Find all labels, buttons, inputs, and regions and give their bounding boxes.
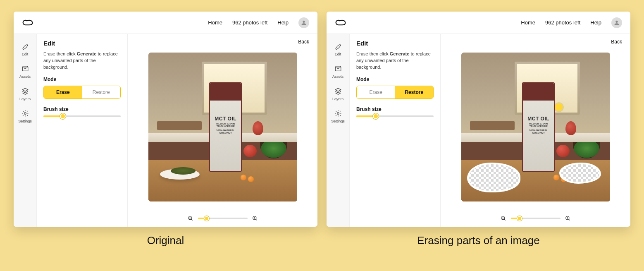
product-title: MCT OIL (215, 116, 236, 122)
canvas-image[interactable]: MCT OIL MEDIUM CHAIN TRIGLYCERIDE 100% N… (461, 53, 610, 201)
mode-toggle: Erase Restore (356, 86, 434, 99)
back-button[interactable]: Back (298, 39, 309, 45)
zoom-controls (441, 210, 630, 227)
canvas-area: Back MCT OIL MEDIUM CHAIN TRIGLYCERIDE 1… (441, 34, 630, 227)
desc-text: Erase then click (43, 51, 77, 56)
svg-point-0 (24, 113, 26, 115)
rail-layers[interactable]: Layers (327, 83, 349, 105)
mode-erase-button[interactable]: Erase (357, 86, 395, 98)
rail-settings[interactable]: Settings (14, 105, 36, 127)
tool-rail: Edit Assets Layers Settings (327, 34, 350, 227)
rail-assets[interactable]: Assets (14, 60, 36, 83)
avatar-icon[interactable] (611, 17, 622, 28)
canvas-image[interactable]: MCT OIL MEDIUM CHAIN TRIGLYCERIDE 100% N… (148, 53, 297, 201)
mode-restore-button[interactable]: Restore (395, 86, 434, 98)
brush-icon (21, 42, 29, 50)
brush-size-slider[interactable] (356, 115, 434, 117)
product-box: MCT OIL MEDIUM CHAIN TRIGLYCERIDE 100% N… (209, 82, 242, 172)
erased-region (467, 163, 521, 192)
desc-bold: Generate (77, 51, 97, 56)
zoom-out-icon[interactable] (500, 215, 507, 222)
topbar: Home 962 photos left Help (14, 12, 317, 34)
desc-bold: Generate (390, 51, 410, 56)
nav-help[interactable]: Help (277, 19, 289, 26)
product-box: MCT OIL MEDIUM CHAIN TRIGLYCERIDE 100% N… (522, 82, 555, 172)
product-tagline: 100% NATURAL COCONUT (523, 129, 554, 134)
product-title: MCT OIL (527, 116, 549, 122)
rail-edit[interactable]: Edit (327, 38, 349, 60)
brush-label: Brush size (43, 106, 121, 112)
product-subtitle: MEDIUM CHAIN TRIGLYCERIDE (529, 122, 548, 127)
logo-icon (335, 19, 346, 27)
zoom-in-icon[interactable] (565, 215, 571, 222)
rail-layers[interactable]: Layers (14, 83, 36, 105)
gear-icon (334, 109, 342, 118)
rail-label: Settings (18, 119, 32, 123)
back-button[interactable]: Back (611, 39, 622, 45)
panel-title: Edit (356, 40, 434, 47)
mode-label: Mode (356, 77, 434, 82)
desc-text: Erase then click (356, 51, 390, 56)
zoom-slider[interactable] (511, 218, 561, 219)
mode-restore-button[interactable]: Restore (82, 86, 121, 98)
svg-point-3 (337, 113, 339, 115)
nav-help[interactable]: Help (590, 19, 601, 26)
mode-label: Mode (43, 77, 121, 82)
rail-settings[interactable]: Settings (327, 105, 349, 127)
box-icon (334, 65, 342, 73)
brush-icon (334, 42, 342, 50)
mode-toggle: Erase Restore (43, 86, 121, 99)
rail-label: Assets (332, 74, 343, 79)
zoom-out-icon[interactable] (187, 215, 194, 222)
rail-label: Settings (331, 119, 345, 123)
edit-panel: Edit Erase then click Generate to replac… (37, 34, 128, 227)
app-original: Home 962 photos left Help Edit Assets La (14, 12, 317, 227)
rail-label: Layers (19, 97, 31, 101)
app-erasing: Home 962 photos left Help Edit Assets La (327, 12, 630, 227)
panel-description: Erase then click Generate to replace any… (43, 51, 121, 71)
box-icon (21, 65, 29, 73)
rail-label: Assets (19, 74, 31, 79)
gear-icon (21, 109, 29, 118)
edit-panel: Edit Erase then click Generate to replac… (350, 34, 441, 227)
product-tagline: 100% NATURAL COCONUT (210, 129, 241, 134)
logo-icon (22, 19, 33, 27)
rail-edit[interactable]: Edit (14, 38, 36, 60)
canvas-area: Back MCT OIL MEDIUM CHAIN TRIGLYCERIDE (128, 34, 317, 227)
rail-label: Layers (332, 97, 343, 101)
caption-left: Original (14, 234, 317, 247)
zoom-controls (128, 210, 317, 227)
brush-size-slider[interactable] (43, 115, 121, 117)
zoom-slider[interactable] (198, 218, 248, 219)
layers-icon (21, 87, 29, 95)
rail-label: Edit (335, 52, 341, 56)
avatar-icon[interactable] (298, 17, 309, 28)
tool-rail: Edit Assets Layers Settings (14, 34, 37, 227)
rail-assets[interactable]: Assets (327, 60, 349, 83)
panel-title: Edit (43, 40, 121, 47)
zoom-in-icon[interactable] (252, 215, 258, 222)
erased-region (559, 163, 601, 183)
caption-right: Erasing parts of an image (327, 234, 630, 247)
layers-icon (334, 87, 342, 95)
brush-label: Brush size (356, 106, 434, 112)
topbar: Home 962 photos left Help (327, 12, 630, 34)
panel-description: Erase then click Generate to replace any… (356, 51, 434, 71)
mode-erase-button[interactable]: Erase (44, 86, 82, 98)
nav-quota[interactable]: 962 photos left (232, 19, 267, 26)
nav-quota[interactable]: 962 photos left (545, 19, 580, 26)
product-subtitle: MEDIUM CHAIN TRIGLYCERIDE (216, 122, 235, 127)
rail-label: Edit (22, 52, 29, 56)
nav-home[interactable]: Home (521, 19, 535, 26)
nav-home[interactable]: Home (208, 19, 222, 26)
